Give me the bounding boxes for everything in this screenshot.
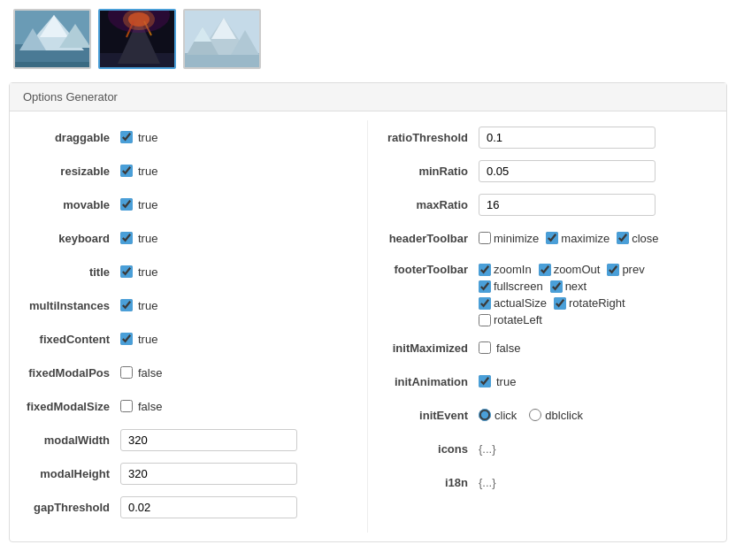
input-maxratio[interactable] <box>479 194 656 216</box>
footertoolbar-row2: fullscreen next <box>479 280 645 293</box>
input-modalheight[interactable] <box>120 463 297 485</box>
checkbox-ft-fullscreen[interactable] <box>479 280 491 293</box>
value-movable: true <box>120 198 354 211</box>
checkbox-ft-zoomin[interactable] <box>479 264 491 276</box>
text-i18n: {...} <box>479 476 496 489</box>
option-keyboard: keyboard true <box>23 226 354 250</box>
ft-rotateright: rotateRight <box>554 296 625 310</box>
event-dblclick: dblclick <box>529 409 583 422</box>
value-initevent: click dblclick <box>479 409 713 422</box>
value-keyboard: true <box>120 232 354 245</box>
checkbox-ht-close[interactable] <box>617 232 629 244</box>
ft-actualsize: actualSize <box>479 296 547 310</box>
headertoolbar-minimize: minimize <box>479 232 539 245</box>
value-modalheight <box>120 463 354 485</box>
label-ft-rotateright: rotateRight <box>569 296 625 310</box>
input-minratio[interactable] <box>479 160 656 182</box>
checkbox-ft-next[interactable] <box>550 280 563 293</box>
option-title: title true <box>23 259 354 284</box>
checkbox-fixedmodalsize[interactable] <box>120 400 133 412</box>
footertoolbar-row3: actualSize rotateRight <box>479 296 645 310</box>
checkbox-resizable[interactable] <box>120 165 133 177</box>
label-ft-rotateleft: rotateLeft <box>494 313 542 326</box>
label-gapthreshold: gapThreshold <box>23 501 120 514</box>
checkbox-ht-minimize[interactable] <box>479 232 491 244</box>
label-i18n: i18n <box>381 476 479 489</box>
label-icons: icons <box>381 442 479 456</box>
option-minratio: minRatio <box>381 158 713 183</box>
checkbox-title[interactable] <box>120 265 133 278</box>
option-fixedmodalsize: fixedModalSize false <box>23 394 354 418</box>
label-ratiothreshold: ratioThreshold <box>381 131 479 144</box>
value-fixedmodalpos: false <box>120 366 354 380</box>
checkbox-multiinstances[interactable] <box>120 299 133 311</box>
option-fixedmodalpos: fixedModalPos false <box>23 360 354 385</box>
checkbox-draggable[interactable] <box>120 131 133 143</box>
value-gapthreshold <box>120 496 354 518</box>
label-headertoolbar: headerToolbar <box>381 232 479 245</box>
checkbox-ht-maximize[interactable] <box>546 232 558 244</box>
ft-zoomin: zoomIn <box>479 263 532 276</box>
text-draggable: true <box>138 131 157 144</box>
option-fixedcontent: fixedContent true <box>23 326 354 351</box>
thumbnail-3[interactable] <box>183 9 261 69</box>
option-i18n: i18n {...} <box>381 470 713 495</box>
radio-click[interactable] <box>479 409 491 421</box>
option-icons: icons {...} <box>381 436 713 461</box>
label-multiinstances: multiInstances <box>23 299 120 312</box>
text-fixedmodalpos: false <box>138 366 162 380</box>
ft-rotateleft: rotateLeft <box>479 313 542 326</box>
checkbox-ft-actualsize[interactable] <box>479 297 491 310</box>
option-footertoolbar: footerToolbar zoomIn zoomOut <box>381 259 713 326</box>
headertoolbar-items: minimize maximize close <box>479 232 659 245</box>
label-ft-zoomin: zoomIn <box>494 263 532 276</box>
svg-rect-16 <box>185 53 261 69</box>
text-icons: {...} <box>479 442 496 456</box>
checkbox-initanimation[interactable] <box>479 375 491 387</box>
checkbox-ft-zoomout[interactable] <box>539 264 551 276</box>
value-initanimation: true <box>479 375 713 388</box>
value-title: true <box>120 265 354 279</box>
text-multiinstances: true <box>138 299 157 312</box>
checkbox-movable[interactable] <box>120 198 133 211</box>
option-headertoolbar: headerToolbar minimize maximize <box>381 226 713 250</box>
input-gapthreshold[interactable] <box>120 496 297 518</box>
checkbox-fixedcontent[interactable] <box>120 333 133 345</box>
label-dblclick: dblclick <box>545 409 583 422</box>
label-ht-maximize: maximize <box>561 232 610 245</box>
checkbox-fixedmodalpos[interactable] <box>120 366 133 379</box>
label-modalwidth: modalWidth <box>23 433 120 447</box>
text-resizable: true <box>138 165 157 178</box>
text-fixedcontent: true <box>138 333 157 346</box>
options-header: Options Generator <box>10 83 726 111</box>
checkbox-initmaximized[interactable] <box>479 341 491 354</box>
text-keyboard: true <box>138 232 157 245</box>
thumbnail-1[interactable] <box>13 9 91 69</box>
option-gapthreshold: gapThreshold <box>23 495 354 519</box>
text-initmaximized: false <box>496 341 520 355</box>
label-keyboard: keyboard <box>23 232 120 245</box>
value-headertoolbar: minimize maximize close <box>479 232 713 245</box>
headertoolbar-maximize: maximize <box>546 232 610 245</box>
checkbox-ft-prev[interactable] <box>607 264 619 276</box>
label-initanimation: initAnimation <box>381 375 479 388</box>
label-ft-next: next <box>565 280 587 293</box>
thumbnail-2[interactable] <box>98 9 176 69</box>
ft-zoomout: zoomOut <box>539 263 601 276</box>
checkbox-ft-rotateright[interactable] <box>554 297 566 310</box>
text-title: true <box>138 265 157 279</box>
input-ratiothreshold[interactable] <box>479 127 656 149</box>
image-strip <box>0 0 736 78</box>
value-minratio <box>479 160 713 182</box>
headertoolbar-close: close <box>617 232 658 245</box>
option-initevent: initEvent click dblclick <box>381 403 713 427</box>
label-ft-zoomout: zoomOut <box>554 263 601 276</box>
radio-dblclick[interactable] <box>529 409 541 421</box>
option-modalwidth: modalWidth <box>23 427 354 452</box>
text-initanimation: true <box>496 375 516 388</box>
footertoolbar-items: zoomIn zoomOut prev <box>479 263 645 326</box>
checkbox-ft-rotateleft[interactable] <box>479 314 491 326</box>
event-options: click dblclick <box>479 409 583 422</box>
checkbox-keyboard[interactable] <box>120 232 133 244</box>
input-modalwidth[interactable] <box>120 429 297 451</box>
